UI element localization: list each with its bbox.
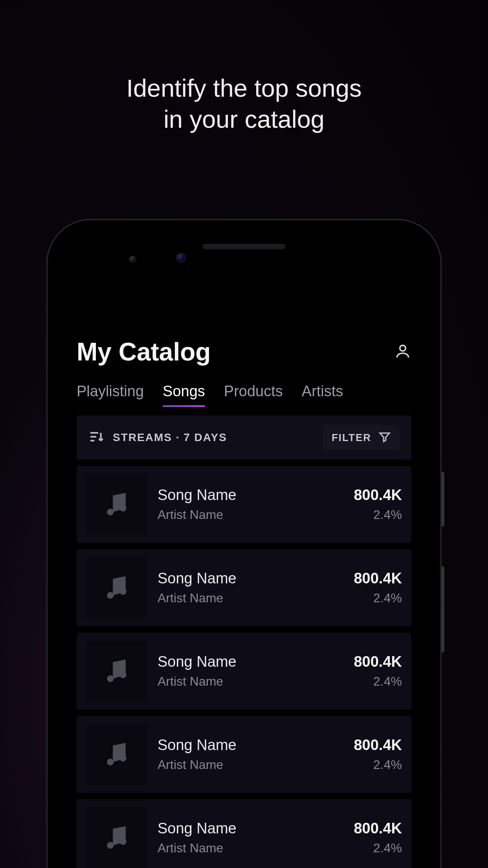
- svg-point-12: [107, 842, 114, 849]
- song-stats: 800.4K2.4%: [354, 570, 402, 605]
- song-row[interactable]: Song NameArtist Name800.4K2.4%: [77, 716, 411, 793]
- page-title: My Catalog: [77, 337, 211, 366]
- song-row[interactable]: Song NameArtist Name800.4K2.4%: [77, 549, 411, 626]
- song-name: Song Name: [158, 820, 343, 837]
- sort-icon: [88, 429, 104, 446]
- phone-sensor: [129, 256, 136, 263]
- svg-point-8: [107, 675, 114, 682]
- percent-change: 2.4%: [373, 758, 402, 772]
- marketing-line-1: Identify the top songs: [0, 73, 488, 104]
- song-name: Song Name: [158, 737, 343, 754]
- song-meta: Song NameArtist Name: [158, 570, 343, 605]
- tab-playlisting[interactable]: Playlisting: [77, 383, 144, 407]
- stream-count: 800.4K: [354, 487, 402, 504]
- filter-label: FILTER: [332, 432, 371, 444]
- phone-speaker: [203, 244, 285, 249]
- tab-artists[interactable]: Artists: [302, 383, 343, 407]
- artist-name: Artist Name: [158, 674, 343, 689]
- song-stats: 800.4K2.4%: [354, 737, 402, 772]
- marketing-tagline: Identify the top songs in your catalog: [0, 73, 488, 135]
- music-note-icon: [86, 557, 147, 618]
- svg-point-5: [120, 505, 127, 511]
- artist-name: Artist Name: [158, 841, 343, 855]
- filter-icon: [378, 430, 391, 445]
- svg-point-10: [107, 759, 114, 765]
- song-name: Song Name: [158, 570, 343, 587]
- phone-frame: My Catalog Playlisting Songs Products Ar…: [48, 220, 440, 868]
- song-row[interactable]: Song NameArtist Name800.4K2.4%: [77, 799, 411, 868]
- user-icon: [394, 354, 411, 361]
- song-stats: 800.4K2.4%: [354, 487, 402, 522]
- song-name: Song Name: [158, 653, 343, 670]
- app-header: My Catalog: [77, 294, 411, 366]
- list-controls: STREAMS · 7 DAYS FILTER: [77, 416, 411, 460]
- song-meta: Song NameArtist Name: [158, 737, 343, 772]
- percent-change: 2.4%: [373, 591, 402, 605]
- song-stats: 800.4K2.4%: [354, 820, 402, 855]
- svg-point-6: [107, 592, 114, 599]
- svg-point-13: [120, 838, 127, 845]
- sort-label: STREAMS · 7 DAYS: [113, 431, 227, 444]
- music-note-icon: [86, 807, 147, 868]
- filter-button[interactable]: FILTER: [323, 425, 400, 450]
- svg-point-7: [120, 588, 127, 595]
- tab-bar: Playlisting Songs Products Artists: [77, 383, 411, 407]
- song-row[interactable]: Song NameArtist Name800.4K2.4%: [77, 633, 411, 710]
- stream-count: 800.4K: [354, 737, 402, 754]
- svg-point-9: [120, 671, 127, 678]
- svg-point-0: [400, 345, 406, 351]
- sort-button[interactable]: STREAMS · 7 DAYS: [88, 429, 227, 446]
- profile-button[interactable]: [394, 342, 411, 361]
- song-stats: 800.4K2.4%: [354, 653, 402, 689]
- artist-name: Artist Name: [158, 508, 343, 522]
- percent-change: 2.4%: [373, 508, 402, 522]
- song-meta: Song NameArtist Name: [158, 820, 343, 855]
- percent-change: 2.4%: [373, 674, 402, 689]
- song-list: Song NameArtist Name800.4K2.4%Song NameA…: [77, 466, 411, 868]
- svg-point-4: [107, 509, 114, 515]
- phone-camera: [176, 253, 186, 263]
- artist-name: Artist Name: [158, 758, 343, 772]
- percent-change: 2.4%: [373, 841, 402, 855]
- artist-name: Artist Name: [158, 591, 343, 605]
- song-meta: Song NameArtist Name: [158, 487, 343, 522]
- song-row[interactable]: Song NameArtist Name800.4K2.4%: [77, 466, 411, 543]
- stream-count: 800.4K: [354, 653, 402, 670]
- stream-count: 800.4K: [354, 570, 402, 587]
- marketing-line-2: in your catalog: [0, 104, 488, 135]
- music-note-icon: [86, 724, 147, 785]
- music-note-icon: [86, 474, 147, 535]
- tab-songs[interactable]: Songs: [163, 383, 205, 407]
- song-meta: Song NameArtist Name: [158, 653, 343, 689]
- phone-screen: My Catalog Playlisting Songs Products Ar…: [59, 231, 429, 868]
- stream-count: 800.4K: [354, 820, 402, 837]
- music-note-icon: [86, 640, 147, 702]
- tab-products[interactable]: Products: [224, 383, 283, 407]
- svg-point-11: [120, 755, 127, 761]
- song-name: Song Name: [158, 487, 343, 504]
